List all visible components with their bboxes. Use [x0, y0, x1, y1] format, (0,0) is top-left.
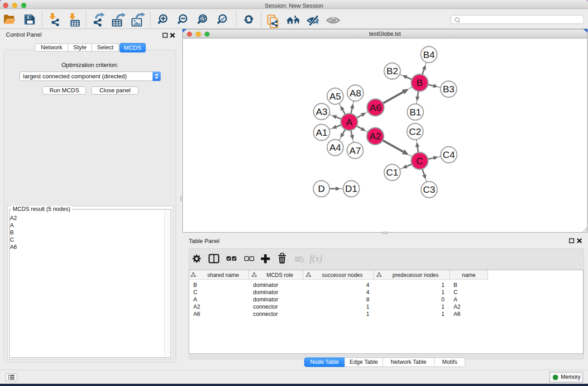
svg-text:f(x): f(x) [310, 253, 322, 264]
svg-text:A6: A6 [370, 102, 382, 113]
svg-text:C: C [416, 156, 423, 166]
svg-text:D1: D1 [345, 183, 358, 194]
svg-text:A5: A5 [330, 91, 341, 101]
svg-text:B1: B1 [410, 107, 421, 117]
svg-text:C3: C3 [423, 184, 435, 195]
svg-text:A7: A7 [349, 145, 361, 156]
svg-text:C1: C1 [386, 167, 398, 177]
svg-text:A: A [346, 117, 352, 127]
svg-text:B3: B3 [443, 84, 454, 94]
svg-text:A3: A3 [316, 106, 328, 117]
svg-text:A2: A2 [369, 131, 381, 141]
svg-text:B4: B4 [423, 49, 435, 60]
svg-text:B: B [416, 77, 423, 88]
svg-text:A1: A1 [316, 127, 328, 138]
svg-text:C4: C4 [443, 149, 455, 160]
svg-text:B2: B2 [387, 66, 398, 76]
svg-text:D: D [318, 183, 325, 194]
svg-text:A4: A4 [330, 142, 341, 152]
svg-text:C2: C2 [409, 126, 421, 137]
svg-text:A8: A8 [349, 88, 361, 98]
